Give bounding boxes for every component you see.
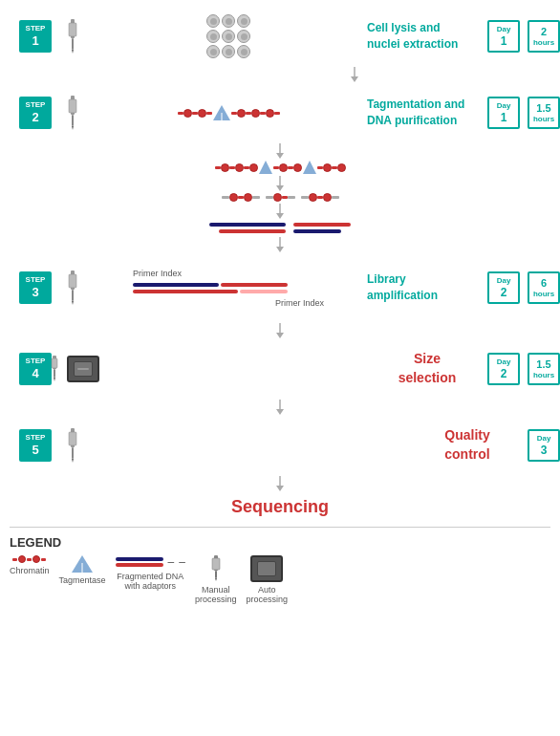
step-4-icon — [52, 355, 94, 383]
legend-chromatin: Chromatin — [10, 555, 50, 575]
manual-legend-label: Manualprocessing — [195, 585, 237, 604]
svg-rect-8 — [72, 115, 74, 126]
arrow-4 — [10, 204, 550, 219]
legend-title: LEGEND — [10, 535, 550, 550]
svg-rect-29 — [52, 358, 57, 368]
frag-dna-legend-label: Fragmented DNAwith adaptors — [117, 572, 183, 591]
svg-marker-37 — [72, 459, 74, 463]
step-3-hour-box: 6 hours — [528, 271, 560, 304]
svg-rect-2 — [72, 38, 74, 50]
step-5-icon — [52, 426, 94, 465]
auto-legend-label: Autoprocessing — [246, 585, 288, 604]
step-4-day-box: Day 2 — [487, 353, 520, 385]
step-2-row: STEP 2 — [10, 84, 560, 141]
svg-rect-23 — [69, 274, 76, 288]
pipette-2-icon — [59, 94, 86, 132]
svg-marker-21 — [276, 247, 284, 252]
primer-index-top-label: Primer Index — [133, 269, 324, 278]
arrow-7 — [10, 400, 550, 415]
svg-marker-13 — [276, 153, 284, 159]
tagmentase-legend-label: Tagmentase — [59, 575, 106, 585]
intermediate-dna-1 — [10, 161, 550, 174]
step-3-row: STEP 3 Primer Index — [10, 254, 560, 321]
step-1-hour-box: 2 hours — [528, 20, 560, 53]
step-4-days: Day 2 1.5 hours — [487, 353, 560, 385]
step-2-hour-box: 1.5 hours — [528, 97, 560, 129]
svg-marker-3 — [72, 50, 74, 54]
step-1-icon — [52, 17, 94, 55]
chromatin-legend-label: Chromatin — [10, 566, 50, 575]
step-5-label: Qualitycontrol — [403, 426, 528, 464]
svg-marker-15 — [303, 161, 316, 174]
step-4-row: STEP 4 — [10, 340, 560, 398]
legend-section: LEGEND Chromatin — [10, 527, 550, 604]
arrow-5 — [10, 237, 550, 252]
step-1-days: Day 1 2 hours — [487, 20, 560, 53]
step-1-badge: STEP 1 — [19, 20, 52, 53]
svg-marker-17 — [276, 185, 284, 191]
svg-rect-35 — [69, 432, 76, 445]
step-2-badge: STEP 2 — [19, 97, 52, 129]
manual-legend-icon — [205, 555, 226, 582]
pipette-icon — [59, 17, 86, 55]
step-5-day-box: Day 3 — [528, 429, 560, 462]
svg-marker-33 — [276, 409, 284, 415]
pipette-4-icon — [46, 355, 63, 383]
arrow-2 — [10, 143, 550, 159]
step-4-label: Sizeselection — [363, 350, 487, 387]
pipette-5-icon — [59, 426, 86, 465]
svg-marker-39 — [276, 486, 284, 491]
sequencing-label: Sequencing — [231, 497, 329, 517]
step-3-badge: STEP 3 — [19, 271, 52, 304]
step-5-badge: STEP 5 — [19, 429, 52, 462]
step-2-label: Tagmentation andDNA purification — [363, 97, 487, 129]
frag-dna-legend-icon — [116, 557, 163, 567]
intermediate-dna-2 — [10, 193, 550, 202]
svg-marker-31 — [54, 378, 55, 381]
legend-frag-dna: – – Fragmented DNAwith adaptors — [116, 555, 185, 591]
legend-tagmentase: Tagmentase — [59, 555, 106, 585]
step-2-visual — [94, 105, 363, 120]
legend-manual: Manualprocessing — [195, 555, 237, 604]
arrow-8 — [10, 476, 550, 491]
intermediate-dna-lines — [10, 223, 550, 233]
chromatin-legend-icon — [12, 555, 46, 563]
svg-marker-9 — [72, 126, 74, 130]
step-1-day-box: Day 1 — [487, 20, 520, 53]
svg-rect-44 — [215, 571, 217, 578]
svg-rect-24 — [72, 290, 74, 301]
step-4-hour-box: 1.5 hours — [528, 353, 560, 385]
svg-marker-5 — [351, 76, 358, 82]
step-5-days: Day 3 — [528, 429, 560, 462]
step-3-icon — [52, 269, 94, 307]
svg-marker-25 — [72, 301, 74, 305]
step-1-row: STEP 1 — [10, 8, 560, 65]
svg-rect-43 — [212, 558, 220, 570]
step-2-icon — [52, 94, 94, 132]
arrow-3 — [10, 176, 550, 191]
primer-index-bottom-label: Primer Index — [133, 298, 324, 308]
svg-marker-27 — [276, 333, 284, 338]
svg-marker-19 — [276, 213, 284, 219]
auto-legend-icon — [250, 555, 283, 582]
step-5-row: STEP 5 Qualitycontrol Day 3 — [10, 417, 560, 474]
legend-auto: Autoprocessing — [246, 555, 288, 604]
step-3-day-box: Day 2 — [487, 271, 520, 304]
tagmentase-legend-icon — [72, 555, 93, 573]
step-1-visual — [94, 14, 363, 58]
step-3-label: Libraryamplification — [363, 271, 487, 304]
step-2-days: Day 1 1.5 hours — [487, 97, 560, 129]
pipette-3-icon — [59, 269, 86, 307]
legend-items: Chromatin Tagmentase — [10, 555, 550, 604]
arrow-1 — [84, 67, 560, 82]
step-3-days: Day 2 6 hours — [487, 271, 560, 304]
arrow-6 — [10, 323, 550, 338]
svg-marker-14 — [259, 161, 272, 174]
svg-rect-30 — [54, 369, 55, 378]
step-2-day-box: Day 1 — [487, 97, 520, 129]
svg-marker-45 — [215, 578, 217, 581]
svg-rect-1 — [69, 23, 76, 36]
svg-rect-36 — [72, 447, 74, 459]
tagmentase-inline-icon — [213, 105, 230, 120]
step-3-visual: Primer Index Primer Index — [94, 269, 363, 308]
